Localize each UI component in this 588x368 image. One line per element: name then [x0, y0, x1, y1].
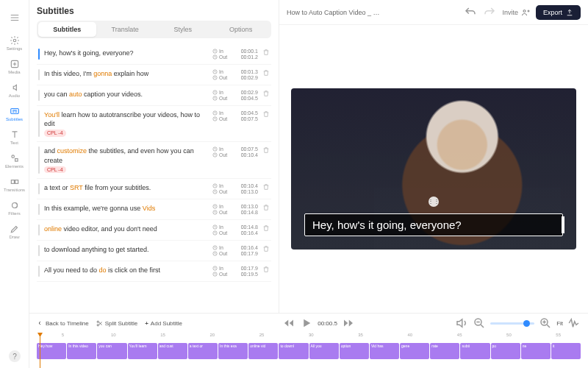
timeline-clip[interactable]: Hey how: [37, 343, 66, 359]
delete-icon[interactable]: [262, 266, 270, 273]
delete-icon[interactable]: [262, 183, 270, 191]
playhead[interactable]: [40, 333, 40, 368]
timeline-clip[interactable]: to downl: [279, 343, 308, 359]
timecodes: In00:17.9Out00:19.5: [212, 266, 258, 277]
nav-text[interactable]: Text: [3, 125, 26, 149]
subtitle-line[interactable]: you can auto caption your videos.In00:02…: [37, 85, 271, 106]
timeline-clip[interactable]: ne: [521, 343, 551, 359]
timeline-clip[interactable]: You'll learn: [128, 343, 157, 359]
timeline-clip[interactable]: rate: [430, 343, 459, 359]
help-icon[interactable]: ?: [9, 350, 21, 362]
nav-subtitles[interactable]: Subtitles: [3, 102, 26, 125]
nav-draw[interactable]: Draw: [3, 219, 26, 243]
subtitle-line[interactable]: online video editor, and you don't needI…: [37, 220, 271, 241]
zoom-out-icon[interactable]: [473, 316, 486, 330]
timeline-clip[interactable]: option: [340, 343, 369, 359]
zoom-fit-button[interactable]: Fit: [556, 320, 563, 327]
subtitle-text[interactable]: you can auto caption your videos.: [44, 90, 208, 99]
delete-icon[interactable]: [262, 69, 270, 77]
timecodes: In00:01.3Out00:02.9: [212, 69, 258, 80]
subtitles-panel: Subtitles SubtitlesTranslateStylesOption…: [29, 0, 279, 313]
skip-forward-icon[interactable]: [342, 316, 355, 330]
delete-icon[interactable]: [262, 110, 270, 118]
subtitle-line[interactable]: Hey, how's it going, everyone?In00:00.1O…: [37, 44, 271, 65]
panel-tabs: SubtitlesTranslateStylesOptions: [37, 21, 271, 38]
skip-back-icon[interactable]: [282, 316, 295, 330]
nav-transitions[interactable]: Transitions: [3, 172, 26, 196]
subtitle-text[interactable]: In this example, we're gonna use Vids: [44, 204, 208, 213]
subtitle-line[interactable]: to download anything to get started.In00…: [37, 241, 271, 261]
undo-icon[interactable]: [464, 6, 477, 19]
subtitle-text[interactable]: In this video, I'm gonna explain how: [44, 69, 208, 78]
timeline-clip[interactable]: online vid: [248, 343, 278, 359]
timeline-clip[interactable]: In this exa: [218, 343, 248, 359]
right-column: How to Auto Caption Video _ … Invite Exp…: [279, 0, 588, 313]
play-icon[interactable]: [300, 316, 313, 330]
timeline-clip[interactable]: po: [491, 343, 520, 359]
video-preview[interactable]: ⋮⋮ Hey, how's it going, everyone?: [291, 88, 576, 249]
timeline-clip[interactable]: subti: [460, 343, 490, 359]
timeline-clip[interactable]: In this video: [67, 343, 96, 359]
subtitle-line[interactable]: You'll learn how to autotranscribe your …: [37, 106, 271, 142]
timecodes: In00:14.8Out00:16.4: [212, 224, 258, 236]
delete-icon[interactable]: [262, 224, 270, 232]
svg-rect-5: [11, 180, 14, 183]
subtitle-text[interactable]: to download anything to get started.: [44, 245, 208, 254]
invite-button[interactable]: Invite: [502, 8, 530, 17]
volume-icon[interactable]: [455, 316, 468, 330]
timecodes: In00:10.4Out00:13.0: [212, 183, 258, 194]
hamburger-icon[interactable]: [3, 6, 26, 29]
zoom-in-icon[interactable]: [539, 316, 552, 330]
nav-audio[interactable]: Audio: [3, 78, 26, 102]
subtitle-line[interactable]: In this video, I'm gonna explain howIn00…: [37, 65, 271, 85]
nav-media[interactable]: Media: [3, 54, 26, 78]
timecodes: In00:13.0Out00:14.8: [212, 204, 258, 215]
timecodes: In00:16.4Out00:17.9: [212, 245, 258, 256]
back-to-timeline-button[interactable]: Back to Timeline: [37, 320, 89, 327]
tab-options[interactable]: Options: [212, 22, 270, 37]
subtitle-line[interactable]: All you need to do do is click on the fi…: [37, 261, 271, 282]
tab-styles[interactable]: Styles: [154, 22, 212, 37]
subtitle-text[interactable]: All you need to do do is click on the fi…: [44, 266, 208, 275]
nav-filters[interactable]: Filters: [3, 196, 26, 219]
waveform-toggle-icon[interactable]: [567, 316, 581, 330]
subtitle-text[interactable]: and customize the subtitles, and even ho…: [44, 146, 208, 173]
subtitle-line[interactable]: In this example, we're gonna use VidsIn0…: [37, 199, 271, 220]
timeline[interactable]: 510152025303540455055 Hey howIn this vid…: [29, 333, 588, 368]
caption-drag-handle[interactable]: ⋮⋮: [429, 197, 439, 207]
subtitle-text[interactable]: a text or SRT file from your subtitles.: [44, 183, 208, 192]
subtitle-line[interactable]: a text or SRT file from your subtitles.I…: [37, 179, 271, 199]
zoom-slider[interactable]: [490, 322, 534, 325]
subtitle-track[interactable]: Hey howIn this videoyou canYou'll learna…: [37, 343, 581, 359]
timeline-clip[interactable]: gene: [400, 343, 429, 359]
delete-icon[interactable]: [262, 146, 270, 154]
nav-settings[interactable]: Settings: [3, 31, 26, 54]
subtitle-text[interactable]: Hey, how's it going, everyone?: [44, 49, 208, 57]
svg-rect-4: [15, 158, 17, 161]
timeline-clip[interactable]: All you: [309, 343, 339, 359]
timeline-clip[interactable]: and cust: [158, 343, 187, 359]
delete-icon[interactable]: [262, 49, 270, 56]
timeline-clip[interactable]: a text or: [188, 343, 218, 359]
add-subtitle-button[interactable]: +Add Subtitle: [145, 320, 182, 327]
caption-overlay[interactable]: Hey, how's it going, everyone?: [304, 213, 563, 236]
subtitle-text[interactable]: online video editor, and you don't need: [44, 224, 208, 233]
timeline-clip[interactable]: it: [551, 343, 581, 359]
timeline-clip[interactable]: you can: [97, 343, 126, 359]
tab-translate[interactable]: Translate: [96, 22, 154, 37]
split-subtitle-button[interactable]: Split Subtitle: [96, 320, 137, 327]
delete-icon[interactable]: [262, 245, 270, 252]
control-bar: Back to Timeline Split Subtitle +Add Sub…: [29, 314, 588, 333]
timeline-clip[interactable]: Vid has: [370, 343, 399, 359]
subtitle-text[interactable]: You'll learn how to autotranscribe your …: [44, 110, 208, 137]
delete-icon[interactable]: [262, 204, 270, 211]
main-area: Subtitles SubtitlesTranslateStylesOption…: [29, 0, 588, 368]
delete-icon[interactable]: [262, 90, 270, 97]
export-button[interactable]: Export: [536, 5, 581, 20]
tab-subtitles[interactable]: Subtitles: [38, 22, 96, 37]
nav-elements[interactable]: Elements: [3, 149, 26, 172]
redo-icon[interactable]: [483, 6, 496, 19]
cpl-badge: CPL -4: [44, 166, 66, 173]
subtitle-line[interactable]: and customize the subtitles, and even ho…: [37, 142, 271, 178]
preview-area: ⋮⋮ Hey, how's it going, everyone?: [279, 25, 588, 313]
